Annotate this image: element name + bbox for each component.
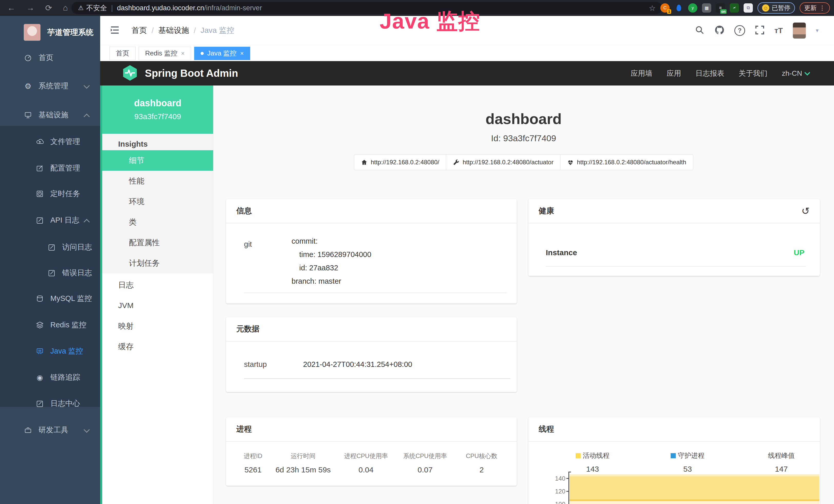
sba-side-item-jvm[interactable]: JVM [102, 295, 213, 316]
sidebar-item-label: 错误日志 [62, 268, 92, 278]
close-icon[interactable]: × [181, 50, 185, 57]
service-url-button[interactable]: http://192.168.0.2:48080/ [354, 154, 446, 170]
card-title: 元数据 [236, 324, 259, 334]
card-title: 进程 [236, 424, 252, 434]
health-url: http://192.168.0.2:48080/actuator/health [577, 159, 686, 166]
health-url-button[interactable]: http://192.168.0.2:48080/actuator/health [560, 154, 693, 170]
extension-leaf-icon[interactable]: 🗲 [730, 3, 739, 13]
extension-pin-icon[interactable] [674, 3, 683, 13]
extensions-puzzle-icon[interactable]: ⧉ [744, 3, 753, 13]
sba-app-block[interactable]: dashboard 93a3fc7f7409 [102, 86, 213, 134]
layers-icon [36, 321, 44, 329]
help-icon[interactable]: ? [734, 25, 745, 36]
card-threads-title: 线程 [528, 417, 820, 442]
sidebar-item-java[interactable]: Java 监控 [0, 341, 100, 362]
sidebar-item-dev-tools[interactable]: 研发工具 [0, 420, 100, 440]
card-title: 信息 [236, 206, 252, 216]
y-axis-line [568, 472, 569, 504]
extension-orange-icon[interactable]: C 1 [660, 3, 670, 13]
sba-brand[interactable]: Spring Boot Admin [122, 65, 238, 82]
sidebar-item-label: 文件管理 [50, 137, 80, 147]
sba-side-item-logs[interactable]: 日志 [102, 275, 213, 295]
sba-side-item-caches[interactable]: 缓存 [102, 336, 213, 357]
git-commit-line: commit: [291, 234, 371, 248]
font-size-icon[interactable]: тT [774, 26, 783, 35]
sba-side-item-scheduled-tasks[interactable]: 计划任务 [102, 253, 213, 273]
sba-side-item-classes[interactable]: 类 [102, 212, 213, 232]
forward-icon[interactable]: → [26, 3, 35, 13]
home-icon[interactable]: ⌂ [63, 3, 68, 13]
sidebar-item-label: 配置管理 [50, 163, 80, 173]
sidebar-item-files[interactable]: 文件管理 [0, 132, 100, 152]
sidebar-item-label: 访问日志 [62, 242, 92, 252]
green-accent-stripe [100, 86, 102, 504]
sba-side-item-details[interactable]: 细节 [102, 150, 213, 171]
sba-side-item-metrics[interactable]: 性能 [102, 171, 213, 191]
card-title: 健康 [539, 206, 554, 216]
legend-peak-threads: 线程峰值 [768, 451, 795, 460]
sba-nav-journal[interactable]: 日志报表 [696, 69, 724, 78]
sidebar-item-mysql[interactable]: MySQL 监控 [0, 288, 100, 309]
close-icon[interactable]: × [240, 50, 244, 57]
sidebar-item-home[interactable]: 首页 [0, 47, 100, 68]
sidebar-item-redis[interactable]: Redis 监控 [0, 315, 100, 335]
sba-nav-wall[interactable]: 应用墙 [631, 69, 652, 78]
sidebar-item-error-log[interactable]: 错误日志 [0, 263, 100, 283]
sidebar-item-access-log[interactable]: 访问日志 [0, 237, 100, 257]
sidebar-item-label: 基础设施 [39, 110, 68, 120]
sba-side-item-mappings[interactable]: 映射 [102, 316, 213, 336]
breadcrumb-infra[interactable]: 基础设施 [158, 25, 189, 36]
sba-language-select[interactable]: zh-CN [782, 69, 809, 77]
sidebar-item-log-center[interactable]: 日志中心 [0, 393, 100, 414]
tab-home[interactable]: 首页 [109, 47, 136, 60]
sba-nav-applications[interactable]: 应用 [667, 69, 681, 78]
process-val-sys-cpu: 0.07 [418, 465, 433, 474]
smiley-icon: ☺ [762, 4, 769, 12]
history-icon[interactable]: ↺ [802, 205, 810, 217]
hamburger-icon[interactable] [109, 25, 120, 37]
sba-main: dashboard Id: 93a3fc7f7409 http://192.16… [213, 86, 834, 504]
side-item-label: 性能 [129, 176, 144, 186]
caret-down-icon[interactable]: ▾ [816, 27, 818, 34]
git-id-line: id: 27aa832 [291, 261, 371, 274]
sidebar-item-jobs[interactable]: 定时任务 [0, 184, 100, 204]
fullscreen-icon[interactable] [755, 25, 765, 36]
sidebar-item-config[interactable]: 配置管理 [0, 158, 100, 179]
breadcrumb-home[interactable]: 首页 [132, 25, 147, 36]
sidebar-item-system[interactable]: ⚙ 系统管理 [0, 76, 100, 96]
sba-side-item-config-props[interactable]: 配置属性 [102, 232, 213, 253]
sidebar-item-infra[interactable]: 基础设施 [0, 105, 100, 125]
reload-icon[interactable]: ⟳ [45, 3, 52, 13]
sidebar-item-api-log[interactable]: API 日志 [0, 210, 100, 231]
sidebar-item-trace[interactable]: ◉ 链路追踪 [0, 367, 100, 388]
screenshot-root: ← → ⟳ ⌂ ⚠ 不安全 | dashboard.yudao.iocoder.… [0, 0, 834, 504]
legend-label: 守护进程 [678, 452, 705, 459]
extension-grid-icon[interactable]: ▦ [702, 3, 711, 13]
side-item-label: 配置属性 [129, 237, 160, 248]
sba-nav-about[interactable]: 关于我们 [739, 69, 767, 78]
sba-side-item-environment[interactable]: 环境 [102, 191, 213, 212]
user-avatar[interactable] [793, 22, 806, 39]
actuator-url-button[interactable]: http://192.168.0.2:48080/actuator [446, 154, 561, 170]
bookmark-star-icon[interactable]: ☆ [649, 4, 656, 13]
extension-list-icon[interactable]: ≡ on [716, 3, 725, 13]
card-info: 信息 git commit: time: 1596289704000 id: 2… [226, 199, 517, 303]
log-icon [36, 399, 44, 408]
paused-pill[interactable]: ☺ 已暂停 [758, 2, 795, 14]
eye-icon: ◉ [36, 373, 44, 382]
address-bar[interactable]: ⚠ 不安全 | dashboard.yudao.iocoder.cn /infr… [71, 2, 662, 14]
browser-menu-icon[interactable]: ⋮ [819, 4, 825, 12]
process-val-pid: 5261 [244, 465, 262, 474]
extension-y-icon[interactable]: y [688, 3, 697, 13]
github-icon[interactable] [714, 25, 725, 36]
annotation-text: Java 监控 [380, 7, 480, 36]
tab-java[interactable]: Java 监控 × [194, 47, 250, 60]
back-icon[interactable]: ← [7, 3, 16, 13]
update-button[interactable]: 更新 ⋮ [799, 2, 830, 14]
tag-view-bar: 首页 Redis 监控 × Java 监控 × [100, 45, 834, 62]
toolbox-icon [24, 426, 32, 434]
monitor-icon [24, 111, 32, 119]
tab-redis[interactable]: Redis 监控 × [139, 47, 191, 60]
search-icon[interactable] [695, 25, 705, 36]
chevron-down-icon [805, 70, 810, 75]
